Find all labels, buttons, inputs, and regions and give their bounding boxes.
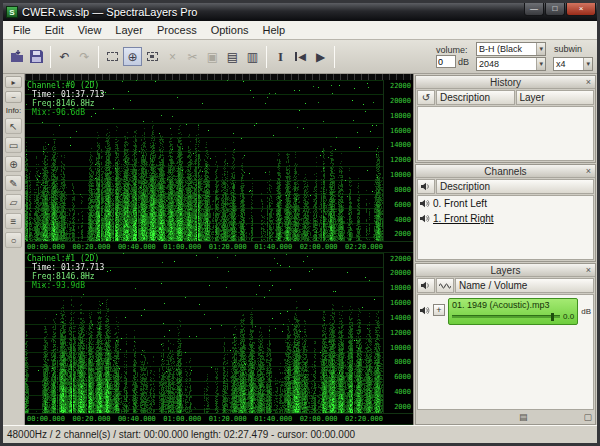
fft-size-value: 2048 — [479, 59, 499, 69]
channels-title-label: Channels — [484, 166, 526, 177]
transform-tool[interactable]: ⊕ — [5, 156, 22, 172]
delete-icon: × — [169, 50, 176, 64]
layer-active-item[interactable]: 01. 1949 (Acoustic).mp3 0.0 — [448, 298, 578, 325]
cursor-tool[interactable]: I — [271, 47, 290, 66]
subwin-zoom-select[interactable]: x4 ▾ — [553, 57, 593, 71]
freq-tick: 4000 — [384, 388, 411, 396]
history-col-layer[interactable]: Layer — [516, 90, 595, 105]
open-button[interactable] — [7, 47, 26, 66]
channels-list: 0. Front Left 1. Front Right — [417, 195, 594, 260]
arrow-icon: ↖ — [9, 121, 17, 132]
close-icon[interactable]: × — [583, 77, 594, 88]
volume-label: volume: — [436, 45, 468, 55]
channel-item-front-left[interactable]: 0. Front Left — [418, 196, 593, 211]
menu-view[interactable]: View — [71, 22, 109, 38]
redo-button[interactable]: ↷ — [75, 47, 94, 66]
harmonics-tool[interactable]: ≡ — [5, 213, 22, 229]
time-select-tool[interactable]: ▭ — [5, 137, 22, 153]
redo-icon: ↷ — [79, 50, 89, 64]
history-list[interactable] — [417, 106, 594, 161]
channel-item-front-right[interactable]: 1. Front Right — [418, 211, 593, 226]
save-icon — [30, 50, 43, 63]
paste-button[interactable]: ▤ — [223, 47, 242, 66]
move-icon: ⊕ — [127, 50, 137, 64]
rect-select-tool[interactable] — [103, 47, 122, 66]
menu-process[interactable]: Process — [150, 22, 204, 38]
status-text: 48000Hz / 2 channel(s) / start: 00:00.00… — [7, 429, 355, 440]
move-tool[interactable]: ⊕ — [123, 47, 142, 66]
menu-help[interactable]: Help — [256, 22, 293, 38]
go-to-start-button[interactable]: ◀ — [291, 47, 310, 66]
copy-button[interactable]: ▣ — [203, 47, 222, 66]
app-window: S CWER.ws.slp — SpectraLayers Pro — □ × … — [0, 0, 600, 446]
minimize-button[interactable]: — — [524, 3, 544, 16]
channels-col-description[interactable]: Description — [436, 179, 594, 194]
volume-slider-track[interactable] — [452, 315, 560, 318]
time-tick: 00:20.000 — [72, 415, 110, 423]
layers-col-name-volume[interactable]: Name / Volume — [455, 278, 594, 293]
layer-volume-slider[interactable]: 0.0 — [452, 312, 574, 321]
maximize-button[interactable]: □ — [545, 3, 565, 16]
undo-button[interactable]: ↶ — [55, 47, 74, 66]
window-function-select[interactable]: B-H (Black ▾ — [476, 42, 546, 56]
menu-options[interactable]: Options — [204, 22, 256, 38]
history-undo-button[interactable]: ↺ — [417, 90, 435, 105]
spectrogram-canvas-0[interactable] — [25, 80, 383, 241]
history-title-label: History — [490, 77, 521, 88]
expand-layer-button[interactable]: + — [433, 304, 445, 316]
layers-wave-button[interactable] — [436, 278, 454, 293]
close-icon[interactable]: × — [583, 166, 594, 177]
channels-header: Description — [416, 178, 595, 195]
zoom-select-tool[interactable] — [143, 47, 162, 66]
layer-item[interactable]: + 01. 1949 (Acoustic).mp3 0.0 dB — [418, 295, 593, 327]
toolbar-separator — [334, 46, 335, 68]
volume-slider-handle[interactable] — [551, 313, 554, 321]
freq-tick: 10000 — [384, 171, 411, 179]
menu-layer[interactable]: Layer — [108, 22, 150, 38]
history-col-description[interactable]: Description — [436, 90, 515, 105]
time-select-icon: ▭ — [9, 140, 18, 151]
menu-file[interactable]: File — [6, 22, 38, 38]
volume-input[interactable] — [436, 55, 456, 68]
draw-tool[interactable]: ✎ — [5, 175, 22, 191]
eraser-tool[interactable]: ▱ — [5, 194, 22, 210]
rect-select-icon — [107, 52, 118, 61]
time-tick: 02:00.000 — [300, 243, 338, 251]
close-icon[interactable]: × — [583, 265, 594, 276]
fft-size-select[interactable]: 2048 ▾ — [476, 57, 546, 71]
app-icon: S — [6, 6, 18, 18]
speaker-icon — [420, 214, 430, 223]
chevron-down-icon: ▾ — [536, 43, 545, 55]
channels-mute-button[interactable] — [417, 179, 435, 194]
delete-layer-icon[interactable]: ▢ — [583, 412, 592, 423]
prev-icon: ◀ — [298, 51, 306, 62]
play-button[interactable]: ▶ — [311, 47, 330, 66]
subwin-zoom-value: x4 — [556, 59, 566, 69]
view-wave-tab[interactable]: ~ — [5, 91, 22, 103]
time-tick: 01:20.000 — [209, 243, 247, 251]
title-bar[interactable]: S CWER.ws.slp — SpectraLayers Pro — □ × — [3, 3, 597, 21]
freq-tick: 16000 — [384, 299, 411, 307]
save-button[interactable] — [27, 47, 46, 66]
close-button[interactable]: × — [566, 3, 596, 16]
view-2d-tab[interactable]: ▸ — [5, 76, 22, 88]
delete-button[interactable]: × — [163, 47, 182, 66]
freq-tick: 14000 — [384, 141, 411, 149]
cut-button[interactable]: ✂ — [183, 47, 202, 66]
paste-special-button[interactable]: ▥ — [243, 47, 262, 66]
eraser-icon: ▱ — [10, 197, 18, 208]
info-label: Info: — [6, 106, 22, 115]
subwin-group: subwin x4 ▾ — [553, 42, 593, 71]
time-tick: 00:40.000 — [118, 415, 156, 423]
arrow-tool[interactable]: ↖ — [5, 118, 22, 134]
chevron-down-icon: ▾ — [583, 58, 592, 70]
area-tool[interactable]: ○ — [5, 232, 22, 248]
menu-edit[interactable]: Edit — [38, 22, 71, 38]
spectrogram-canvas-1[interactable] — [25, 253, 383, 414]
chevron-down-icon: ▾ — [536, 58, 545, 70]
new-layer-icon[interactable]: ▤ — [519, 412, 528, 423]
spectrogram-area: Channel:#0 (2D) Time: 01:37.713 Freq:814… — [25, 74, 413, 425]
play-icon: ▶ — [316, 50, 325, 64]
window-title: CWER.ws.slp — SpectraLayers Pro — [22, 6, 524, 18]
layers-mute-button[interactable] — [417, 278, 435, 293]
